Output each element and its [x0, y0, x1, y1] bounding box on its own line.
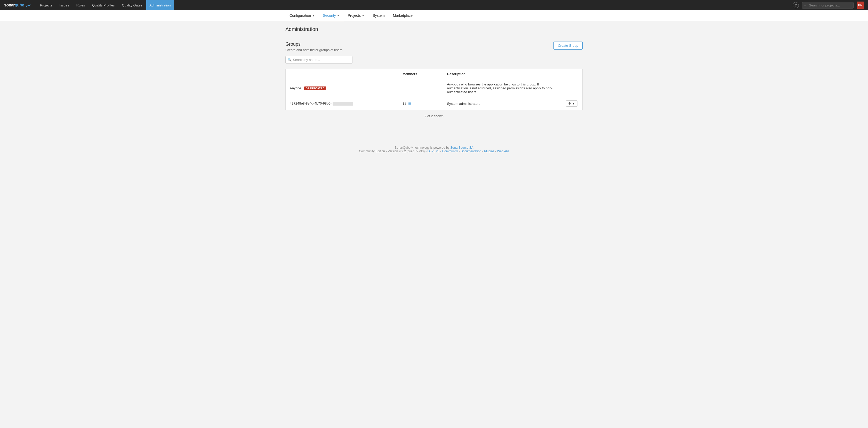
logo-sonar-text: sonar — [4, 3, 15, 7]
nav-links: Projects Issues Rules Quality Profiles Q… — [37, 0, 793, 10]
configuration-dropdown-arrow: ▼ — [312, 14, 314, 17]
group-name: Anyone — [290, 86, 301, 90]
col-header-members: Members — [398, 69, 443, 79]
footer-plugins-link[interactable]: Plugins — [484, 150, 494, 153]
footer-community-link[interactable]: Community — [442, 150, 458, 153]
members-count: 11 — [403, 102, 406, 105]
group-name-id: 427248e8-8e4d-4b70-98b0- — [290, 101, 332, 105]
footer-lgpl-link[interactable]: LGPL v3 — [428, 150, 439, 153]
nav-quality-profiles[interactable]: Quality Profiles — [89, 0, 118, 10]
deprecated-badge: DEPRECATED — [304, 87, 326, 90]
sub-nav-marketplace-label: Marketplace — [393, 13, 412, 18]
col-header-description: Description — [443, 69, 562, 79]
user-avatar[interactable]: DN — [857, 2, 864, 9]
section-header: Groups Create and administer groups of u… — [285, 36, 583, 52]
nav-issues[interactable]: Issues — [56, 0, 72, 10]
sub-nav-bar: Configuration ▼ Security ▼ Projects ▼ Sy… — [0, 10, 868, 21]
search-wrapper: ⌕ — [802, 2, 854, 8]
shown-count: 2 of 2 shown — [285, 110, 583, 122]
logo-qube-text: qube — [15, 3, 24, 7]
group-name-cell-2: 427248e8-8e4d-4b70-98b0- — [286, 97, 398, 110]
search-icon: ⌕ — [804, 3, 806, 7]
navbar-right: ? ⌕ DN — [793, 2, 864, 9]
sub-nav-configuration-label: Configuration — [289, 13, 311, 18]
footer-line-1: SonarQube™ technology is powered by Sona… — [4, 146, 864, 150]
footer-sep-1: - — [440, 150, 442, 153]
group-name-redacted — [333, 102, 353, 105]
gear-icon: ⚙ — [568, 102, 571, 105]
members-cell — [398, 79, 443, 97]
search-groups-input[interactable] — [285, 56, 352, 63]
footer-sep-2: - — [459, 150, 461, 153]
footer: SonarQube™ technology is powered by Sona… — [0, 137, 868, 161]
description-cell-2: System administrators — [443, 97, 562, 110]
navbar: sonarqube Projects Issues Rules Quality … — [0, 0, 868, 10]
sub-nav-inner: Configuration ▼ Security ▼ Projects ▼ Sy… — [279, 10, 589, 21]
security-dropdown-arrow: ▼ — [337, 14, 340, 17]
sub-nav-marketplace[interactable]: Marketplace — [389, 10, 417, 21]
members-cell-2: 11 ☰ — [398, 97, 443, 110]
footer-text-2: Community Edition - Version 9.9.2 (build… — [359, 150, 427, 153]
actions-cell-2: ⚙ ▼ — [562, 97, 583, 110]
search-bar-wrapper: 🔍 — [285, 56, 583, 63]
sub-nav-security[interactable]: Security ▼ — [319, 10, 343, 21]
projects-dropdown-arrow: ▼ — [362, 14, 364, 17]
footer-webapi-link[interactable]: Web API — [497, 150, 509, 153]
page-title: Administration — [285, 26, 583, 32]
footer-docs-link[interactable]: Documentation — [461, 150, 482, 153]
sub-nav-system[interactable]: System — [368, 10, 389, 21]
actions-dropdown-arrow: ▼ — [572, 102, 575, 105]
section-subtitle: Create and administer groups of users. — [285, 48, 343, 52]
groups-table: Members Description Anyone DEPRECATED An… — [285, 69, 583, 110]
create-group-button[interactable]: Create Group — [554, 41, 583, 50]
nav-projects[interactable]: Projects — [37, 0, 55, 10]
section-title: Groups — [285, 41, 343, 47]
nav-administration[interactable]: Administration — [146, 0, 174, 10]
col-header-actions — [562, 69, 583, 79]
table-row: 427248e8-8e4d-4b70-98b0- 11 ☰ System adm… — [286, 97, 583, 110]
nav-rules[interactable]: Rules — [73, 0, 88, 10]
footer-line-2: Community Edition - Version 9.9.2 (build… — [4, 150, 864, 153]
col-header-name — [286, 69, 398, 79]
search-groups-input-wrapper: 🔍 — [285, 56, 352, 63]
members-list-icon[interactable]: ☰ — [408, 101, 411, 105]
help-button[interactable]: ? — [793, 2, 799, 8]
sub-nav-system-label: System — [373, 13, 385, 18]
sub-nav-security-label: Security — [323, 13, 336, 18]
footer-text-1: SonarQube™ technology is powered by — [395, 146, 450, 150]
group-actions-button[interactable]: ⚙ ▼ — [566, 100, 578, 106]
search-groups-icon: 🔍 — [287, 58, 291, 62]
search-input[interactable] — [802, 2, 854, 8]
sub-nav-projects-label: Projects — [348, 13, 361, 18]
description-cell: Anybody who browses the application belo… — [443, 79, 562, 97]
page-wrapper: Administration Groups Create and adminis… — [279, 21, 589, 127]
sub-nav-projects[interactable]: Projects ▼ — [344, 10, 368, 21]
members-cell-inner: 11 ☰ — [403, 101, 439, 105]
sonarqube-logo: sonarqube — [4, 3, 31, 8]
sub-nav-configuration[interactable]: Configuration ▼ — [285, 10, 319, 21]
brand[interactable]: sonarqube — [4, 3, 31, 8]
section-title-area: Groups Create and administer groups of u… — [285, 41, 343, 52]
nav-quality-gates[interactable]: Quality Gates — [119, 0, 145, 10]
group-name-cell: Anyone DEPRECATED — [286, 79, 398, 97]
footer-sonarsource-link[interactable]: SonarSource SA — [450, 146, 473, 150]
logo-wave-icon — [26, 3, 31, 7]
actions-cell — [562, 79, 583, 97]
table-row: Anyone DEPRECATED Anybody who browses th… — [286, 79, 583, 97]
